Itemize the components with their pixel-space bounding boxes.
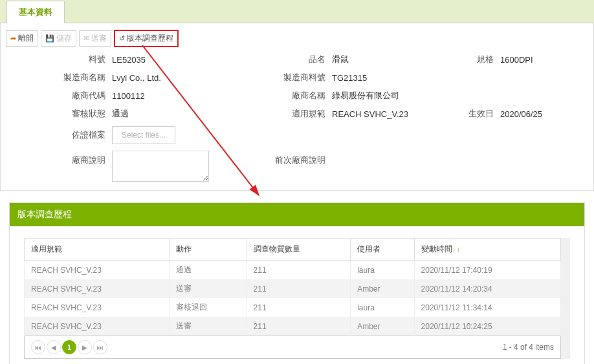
mfr-part-value: TG21315 xyxy=(332,73,448,83)
vendor-desc-label: 廠商說明 xyxy=(8,151,112,166)
effective-value: 2020/06/25 xyxy=(500,109,571,119)
cell-action: 審核退回 xyxy=(170,298,247,317)
cell-regulation: REACH SVHC_V.23 xyxy=(25,261,170,280)
exit-icon: ➦ xyxy=(10,34,16,43)
file-select-placeholder: Select files... xyxy=(122,131,166,140)
version-history-popup: 版本調查歷程 適用規範 動作 調查物質數量 使用者 變動時間 ↓ xyxy=(9,202,585,364)
pager: ⏮ ◀ 1 ▶ ⏭ 1 - 4 of 4 items xyxy=(24,336,561,359)
cell-user: Amber xyxy=(351,279,414,298)
pager-summary: 1 - 4 of 4 items xyxy=(503,343,554,352)
table-header-row: 適用規範 動作 調查物質數量 使用者 變動時間 ↓ xyxy=(25,239,561,261)
audit-status-label: 審核狀態 xyxy=(8,108,112,120)
pager-page-1[interactable]: 1 xyxy=(62,340,76,354)
vendor-name-label: 廠商名稱 xyxy=(261,90,332,102)
effective-label: 生效日 xyxy=(448,108,500,120)
send-label: 送審 xyxy=(91,33,107,44)
cell-count: 211 xyxy=(247,261,351,280)
leave-button[interactable]: ➦ 離開 xyxy=(6,30,38,47)
cell-user: Amber xyxy=(351,317,414,336)
cell-count: 211 xyxy=(247,298,351,317)
tab-basic-info[interactable]: 基本資料 xyxy=(6,1,65,23)
save-icon: 💾 xyxy=(45,34,54,43)
audit-status-value: 通過 xyxy=(112,108,261,120)
save-label: 儲存 xyxy=(56,33,72,44)
tab-label: 基本資料 xyxy=(19,7,52,17)
pager-next-button[interactable]: ▶ xyxy=(78,340,92,354)
save-button[interactable]: 💾 儲存 xyxy=(41,30,76,47)
col-action[interactable]: 動作 xyxy=(170,239,247,261)
col-count[interactable]: 調查物質數量 xyxy=(247,239,351,261)
vendor-code-value: 1100112 xyxy=(112,91,261,101)
send-review-button[interactable]: ✉ 送審 xyxy=(79,30,111,47)
product-name-label: 品名 xyxy=(261,54,332,65)
basic-info-panel: ➦ 離開 💾 儲存 ✉ 送審 ↺ 版本調查歷程 料號 LE52035 品名 滑鼠… xyxy=(0,23,594,191)
regulation-value: REACH SVHC_V.23 xyxy=(332,109,448,119)
col-time[interactable]: 變動時間 ↓ xyxy=(414,239,560,261)
version-history-button[interactable]: ↺ 版本調查歷程 xyxy=(118,32,175,45)
popup-header: 版本調查歷程 xyxy=(10,203,584,226)
cell-count: 211 xyxy=(247,279,351,298)
file-select-button[interactable]: Select files... xyxy=(112,126,175,144)
history-button-highlight: ↺ 版本調查歷程 xyxy=(114,30,179,47)
history-icon: ↺ xyxy=(119,34,125,43)
part-no-value: LE52035 xyxy=(112,55,261,65)
cell-regulation: REACH SVHC_V.23 xyxy=(25,279,170,298)
history-label: 版本調查歷程 xyxy=(127,33,173,44)
cell-time: 2020/11/12 17:40:19 xyxy=(414,261,560,280)
cell-regulation: REACH SVHC_V.23 xyxy=(25,298,170,317)
leave-label: 離開 xyxy=(18,33,34,44)
spec-label: 規格 xyxy=(448,54,500,65)
pager-first-button[interactable]: ⏮ xyxy=(31,340,45,354)
table-row[interactable]: REACH SVHC_V.23 送審 211 Amber 2020/11/12 … xyxy=(25,317,561,336)
cell-action: 送審 xyxy=(170,279,247,298)
spec-value: 1600DPI xyxy=(500,55,571,65)
popup-title: 版本調查歷程 xyxy=(17,209,72,219)
mfr-part-label: 製造商料號 xyxy=(261,72,332,83)
history-table: 適用規範 動作 調查物質數量 使用者 變動時間 ↓ REACH SV xyxy=(24,238,561,336)
cell-user: laura xyxy=(351,298,414,317)
sort-desc-icon: ↓ xyxy=(457,245,461,253)
toolbar: ➦ 離開 💾 儲存 ✉ 送審 ↺ 版本調查歷程 xyxy=(5,27,589,54)
product-name-value: 滑鼠 xyxy=(332,54,448,65)
mfr-name-label: 製造商名稱 xyxy=(8,72,112,83)
tab-strip: 基本資料 xyxy=(0,0,594,23)
prev-vendor-desc-label: 前次廠商說明 xyxy=(261,151,332,166)
pager-last-button[interactable]: ⏭ xyxy=(93,340,107,354)
table-scrollbar[interactable] xyxy=(561,238,570,359)
cell-time: 2020/11/12 14:20:34 xyxy=(414,279,560,298)
attachment-field: Select files... xyxy=(112,126,261,144)
attachment-label: 佐證檔案 xyxy=(8,129,112,141)
col-user[interactable]: 使用者 xyxy=(351,239,414,261)
mfr-name-value: Lvyi Co., Ltd. xyxy=(112,73,261,83)
vendor-name-value: 綠易股份有限公司 xyxy=(332,90,448,102)
cell-time: 2020/11/12 10:24:25 xyxy=(414,317,560,336)
cell-regulation: REACH SVHC_V.23 xyxy=(25,317,170,336)
cell-time: 2020/11/12 11:34:14 xyxy=(414,298,560,317)
table-row[interactable]: REACH SVHC_V.23 審核退回 211 laura 2020/11/1… xyxy=(25,298,561,317)
cell-user: laura xyxy=(351,261,414,280)
table-row[interactable]: REACH SVHC_V.23 送審 211 Amber 2020/11/12 … xyxy=(25,279,561,298)
vendor-code-label: 廠商代碼 xyxy=(8,90,112,102)
send-icon: ✉ xyxy=(83,34,89,43)
form-grid: 料號 LE52035 品名 滑鼠 規格 1600DPI 製造商名稱 Lvyi C… xyxy=(5,54,589,184)
cell-action: 通過 xyxy=(170,261,247,280)
popup-body: 適用規範 動作 調查物質數量 使用者 變動時間 ↓ REACH SV xyxy=(10,226,584,364)
pager-prev-button[interactable]: ◀ xyxy=(47,340,61,354)
vendor-desc-input[interactable] xyxy=(112,151,209,182)
part-no-label: 料號 xyxy=(8,54,112,65)
regulation-label: 適用規範 xyxy=(261,108,332,120)
vendor-desc-cell xyxy=(112,151,261,184)
col-regulation[interactable]: 適用規範 xyxy=(25,239,170,261)
table-row[interactable]: REACH SVHC_V.23 通過 211 laura 2020/11/12 … xyxy=(25,261,561,280)
cell-count: 211 xyxy=(247,317,351,336)
cell-action: 送審 xyxy=(170,317,247,336)
